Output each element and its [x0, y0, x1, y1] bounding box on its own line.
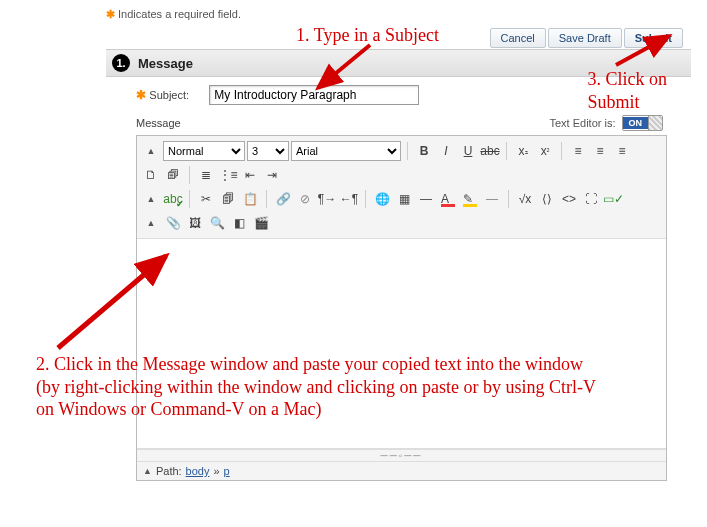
text-editor-label: Text Editor is:: [549, 117, 615, 129]
globe-icon[interactable]: 🌐: [372, 189, 392, 209]
ordered-list-button[interactable]: ≣: [196, 165, 216, 185]
subject-row: ✱ Subject:: [136, 85, 691, 105]
indent-button[interactable]: ⇥: [262, 165, 282, 185]
font-size-select[interactable]: 3: [247, 141, 289, 161]
action-button-bar: Cancel Save Draft Submit: [490, 28, 684, 48]
glossary-button[interactable]: ⟨⟩: [537, 189, 557, 209]
fullscreen-check-icon[interactable]: ▭✓: [603, 189, 623, 209]
rich-text-editor: ▲ Normal 3 Arial B I U abc x₂ x² ≡ ≡ ≡ 🗋…: [136, 135, 667, 481]
table-button[interactable]: ▦: [394, 189, 414, 209]
align-left-button[interactable]: ≡: [568, 141, 588, 161]
highlight-color-button[interactable]: ✎: [460, 189, 480, 209]
path-segment-body[interactable]: body: [186, 465, 210, 477]
copy-formatting-button[interactable]: 🗊: [163, 165, 183, 185]
editor-textarea[interactable]: [137, 239, 666, 449]
path-label: Path:: [156, 465, 182, 477]
collapse-toolbar-icon[interactable]: ▲: [141, 141, 161, 161]
outdent-button[interactable]: ⇤: [240, 165, 260, 185]
bold-button[interactable]: B: [414, 141, 434, 161]
ltr-button[interactable]: ¶→: [317, 189, 337, 209]
find-button[interactable]: 🔍: [207, 213, 227, 233]
collapse-row-icon[interactable]: ▲: [141, 189, 161, 209]
path-bar: ▲ Path: body » p: [137, 462, 666, 480]
step-number-badge: 1.: [112, 54, 130, 72]
hr-button[interactable]: —: [416, 189, 436, 209]
expand-button[interactable]: ⛶: [581, 189, 601, 209]
subscript-button[interactable]: x₂: [513, 141, 533, 161]
rtl-button[interactable]: ←¶: [339, 189, 359, 209]
align-right-button[interactable]: ≡: [612, 141, 632, 161]
spellcheck-button[interactable]: abc✔: [163, 189, 183, 209]
mashup-button[interactable]: ◧: [229, 213, 249, 233]
required-field-note: ✱ Indicates a required field.: [106, 8, 691, 21]
remove-format-button[interactable]: —: [482, 189, 502, 209]
required-star-icon: ✱: [136, 88, 146, 102]
message-label: Message: [136, 117, 181, 129]
underline-button[interactable]: U: [458, 141, 478, 161]
align-center-button[interactable]: ≡: [590, 141, 610, 161]
text-color-button[interactable]: A: [438, 189, 458, 209]
font-family-select[interactable]: Arial: [291, 141, 401, 161]
copy-button[interactable]: 🗐: [218, 189, 238, 209]
section-title: Message: [138, 56, 193, 71]
path-collapse-icon[interactable]: ▲: [143, 466, 152, 476]
paste-button[interactable]: 📋: [240, 189, 260, 209]
paragraph-format-select[interactable]: Normal: [163, 141, 245, 161]
toggle-handle-icon: [648, 116, 662, 130]
text-editor-toggle[interactable]: ON: [622, 115, 664, 131]
collapse-row-icon[interactable]: ▲: [141, 213, 161, 233]
cancel-button[interactable]: Cancel: [490, 28, 546, 48]
strikethrough-button[interactable]: abc: [480, 141, 500, 161]
section-header: 1. Message: [106, 49, 691, 77]
resize-handle-icon[interactable]: ──◦──: [137, 449, 666, 462]
submit-button[interactable]: Submit: [624, 28, 683, 48]
toggle-on-text: ON: [623, 117, 649, 129]
required-note-text: Indicates a required field.: [118, 8, 241, 20]
unordered-list-button[interactable]: ⋮≡: [218, 165, 238, 185]
insert-image-button[interactable]: 🖼: [185, 213, 205, 233]
required-star-icon: ✱: [106, 8, 115, 20]
editor-toolbar: ▲ Normal 3 Arial B I U abc x₂ x² ≡ ≡ ≡ 🗋…: [137, 136, 666, 239]
superscript-button[interactable]: x²: [535, 141, 555, 161]
save-draft-button[interactable]: Save Draft: [548, 28, 622, 48]
media-button[interactable]: 🎬: [251, 213, 271, 233]
subject-label: Subject:: [149, 89, 209, 101]
codeblock-button[interactable]: <>: [559, 189, 579, 209]
equation-button[interactable]: √x: [515, 189, 535, 209]
attach-file-button[interactable]: 📎: [163, 213, 183, 233]
italic-button[interactable]: I: [436, 141, 456, 161]
clear-formatting-button[interactable]: 🗋: [141, 165, 161, 185]
annotation-1: 1. Type in a Subject: [296, 24, 439, 47]
path-segment-p[interactable]: p: [224, 465, 230, 477]
cut-button[interactable]: ✂: [196, 189, 216, 209]
subject-input[interactable]: [209, 85, 419, 105]
link-button[interactable]: 🔗: [273, 189, 293, 209]
unlink-button[interactable]: ⊘: [295, 189, 315, 209]
